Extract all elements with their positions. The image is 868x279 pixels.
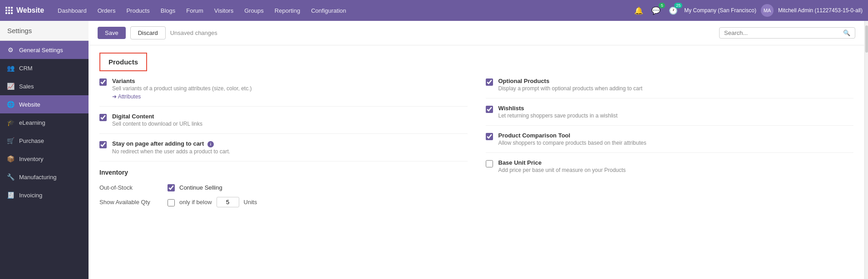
sidebar-label-sales: Sales <box>19 83 34 90</box>
sidebar-item-manufacturing[interactable]: 🔧 Manufacturing <box>0 168 89 186</box>
nav-dashboard[interactable]: Dashboard <box>53 5 91 17</box>
nav-configuration[interactable]: Configuration <box>306 5 350 17</box>
topnav-right-area: 🔔 💬 5 🕐 25 My Company (San Francisco) MA… <box>632 4 863 17</box>
messages-button[interactable]: 💬 5 <box>650 5 662 17</box>
nav-groups[interactable]: Groups <box>240 5 268 17</box>
sidebar-label-elearning: eLearning <box>19 119 45 126</box>
sidebar-label-crm: CRM <box>19 65 33 72</box>
sidebar-item-sales[interactable]: 📈 Sales <box>0 77 89 95</box>
stay-on-page-title: Stay on page after adding to cart i <box>112 140 230 147</box>
settings-grid: Variants Sell variants of a product usin… <box>99 71 853 214</box>
main-nav: Dashboard Orders Products Blogs Forum Vi… <box>53 5 632 17</box>
user-avatar[interactable]: MA <box>761 4 774 17</box>
only-if-below-label: only if below <box>179 199 212 206</box>
sidebar-item-inventory[interactable]: 📦 Inventory <box>0 150 89 168</box>
nav-visitors[interactable]: Visitors <box>210 5 238 17</box>
brand-logo[interactable]: Website <box>5 6 44 15</box>
unsaved-changes-label: Unsaved changes <box>170 29 217 36</box>
product-comparison-checkbox[interactable] <box>486 133 493 140</box>
sidebar-label-purchase: Purchase <box>19 137 44 144</box>
digital-content-checkbox[interactable] <box>99 114 107 121</box>
out-of-stock-label: Out-of-Stock <box>99 184 163 191</box>
sidebar-label-general-settings: General Settings <box>19 47 63 54</box>
variants-desc: Sell variants of a product using attribu… <box>112 85 252 92</box>
continue-selling-label: Continue Selling <box>179 184 222 191</box>
stay-on-page-checkbox[interactable] <box>99 141 107 148</box>
product-comparison-desc: Allow shoppers to compare products based… <box>498 140 646 146</box>
optional-products-desc: Display a prompt with optional products … <box>498 85 643 92</box>
nav-forum[interactable]: Forum <box>182 5 208 17</box>
scrollbar-thumb <box>865 25 868 53</box>
notifications-bell-button[interactable]: 🔔 <box>632 5 645 17</box>
qty-value-input[interactable] <box>217 197 239 207</box>
inventory-icon: 📦 <box>6 155 15 163</box>
wishlists-info: Wishlists Let returning shoppers save pr… <box>498 105 618 119</box>
sidebar-item-general-settings[interactable]: ⚙ General Settings <box>0 41 89 59</box>
sidebar-item-purchase[interactable]: 🛒 Purchase <box>0 132 89 150</box>
invoicing-icon: 🧾 <box>6 191 15 199</box>
sidebar-item-elearning[interactable]: 🎓 eLearning <box>0 113 89 132</box>
continue-selling-checkbox[interactable] <box>168 184 175 191</box>
show-available-qty-row: Show Available Qty only if below Units <box>99 194 468 210</box>
units-label: Units <box>244 199 257 206</box>
setting-item-product-comparison: Product Comparison Tool Allow shoppers t… <box>486 126 854 153</box>
show-available-qty-label: Show Available Qty <box>99 199 163 206</box>
wishlists-desc: Let returning shoppers save products in … <box>498 113 618 119</box>
company-name[interactable]: My Company (San Francisco) <box>684 7 756 14</box>
search-input[interactable] <box>724 29 843 36</box>
discard-button[interactable]: Discard <box>130 26 166 39</box>
activity-button[interactable]: 🕐 25 <box>667 5 680 17</box>
out-of-stock-row: Out-of-Stock Continue Selling <box>99 181 468 194</box>
sidebar-item-invoicing[interactable]: 🧾 Invoicing <box>0 186 89 204</box>
digital-content-info: Digital Content Sell content to download… <box>112 113 202 127</box>
base-unit-price-info: Base Unit Price Add price per base unit … <box>498 159 626 173</box>
stay-on-page-info-icon[interactable]: i <box>207 141 214 147</box>
sidebar: Settings ⚙ General Settings 👥 CRM 📈 Sale… <box>0 21 89 279</box>
base-unit-price-checkbox[interactable] <box>486 160 493 167</box>
attributes-link[interactable]: ➜ Attributes <box>112 93 252 100</box>
base-unit-price-title: Base Unit Price <box>498 159 626 166</box>
digital-content-desc: Sell content to download or URL links <box>112 121 202 127</box>
nav-products[interactable]: Products <box>122 5 154 17</box>
sidebar-item-crm[interactable]: 👥 CRM <box>0 59 89 77</box>
crm-icon: 👥 <box>6 64 15 72</box>
sales-icon: 📈 <box>6 82 15 90</box>
show-available-qty-checkbox[interactable] <box>168 199 175 206</box>
stay-on-page-desc: No redirect when the user adds a product… <box>112 148 230 155</box>
nav-orders[interactable]: Orders <box>93 5 120 17</box>
optional-products-checkbox[interactable] <box>486 78 493 86</box>
settings-left-column: Variants Sell variants of a product usin… <box>99 71 468 214</box>
optional-products-title: Optional Products <box>498 78 643 84</box>
sidebar-label-invoicing: Invoicing <box>19 192 42 199</box>
user-name[interactable]: Mitchell Admin (11227453-15-0-all) <box>778 7 863 14</box>
header-actions: Save Discard Unsaved changes <box>98 26 217 39</box>
save-button[interactable]: Save <box>98 27 126 39</box>
nav-reporting[interactable]: Reporting <box>270 5 305 17</box>
messages-badge: 5 <box>659 3 665 8</box>
optional-products-info: Optional Products Display a prompt with … <box>498 78 643 92</box>
product-comparison-info: Product Comparison Tool Allow shoppers t… <box>498 132 646 146</box>
right-scrollbar[interactable] <box>864 21 868 279</box>
variants-checkbox[interactable] <box>99 78 107 86</box>
inventory-subsection-title: Inventory <box>99 169 468 176</box>
section-title-wrapper: Products <box>89 53 864 71</box>
section-products-title: Products <box>99 53 147 71</box>
nav-blogs[interactable]: Blogs <box>156 5 180 17</box>
variants-title: Variants <box>112 78 252 84</box>
sidebar-label-website: Website <box>19 101 40 108</box>
setting-item-wishlists: Wishlists Let returning shoppers save pr… <box>486 98 854 126</box>
brand-name: Website <box>16 6 44 15</box>
top-navigation: Website Dashboard Orders Products Blogs … <box>0 0 868 21</box>
sidebar-label-manufacturing: Manufacturing <box>19 174 56 181</box>
wishlists-checkbox[interactable] <box>486 106 493 113</box>
gear-icon: ⚙ <box>6 46 15 54</box>
sidebar-item-website[interactable]: 🌐 Website <box>0 95 89 113</box>
setting-item-digital-content: Digital Content Sell content to download… <box>99 107 468 134</box>
search-box: 🔍 <box>719 27 855 39</box>
activity-badge: 25 <box>674 3 682 8</box>
settings-header: Save Discard Unsaved changes 🔍 <box>89 21 864 45</box>
content-area: Save Discard Unsaved changes 🔍 Products <box>89 21 864 279</box>
inventory-subsection: Inventory Out-of-Stock Continue Selling … <box>99 162 468 214</box>
sidebar-label-inventory: Inventory <box>19 156 43 162</box>
search-icon: 🔍 <box>843 29 850 36</box>
